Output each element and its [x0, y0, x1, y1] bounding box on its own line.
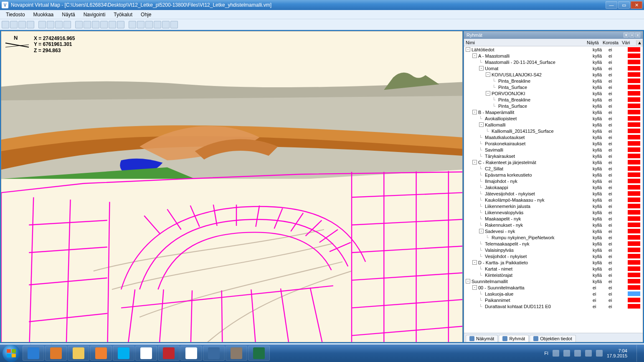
maximize-button[interactable]: ▭	[618, 1, 630, 9]
tree-color-swatch[interactable]	[628, 285, 640, 290]
tree-show-value[interactable]: kyllä	[593, 166, 609, 171]
viewport-3d[interactable]: N X = 27424916.965 Y = 6761961.301 Z = 2…	[1, 31, 463, 342]
tree-expander-icon[interactable]: -	[479, 66, 484, 71]
menu-tiedosto[interactable]: Tiedosto	[2, 11, 29, 18]
tree-highlight-value[interactable]: ei	[609, 279, 628, 284]
tab-nakymat[interactable]: Näkymät	[466, 335, 498, 342]
tree-color-swatch[interactable]	[628, 291, 640, 296]
tree-color-swatch[interactable]	[628, 85, 640, 89]
tree-highlight-value[interactable]: ei	[609, 235, 628, 240]
menu-työkalut[interactable]: Työkalut	[109, 11, 137, 18]
start-button[interactable]	[3, 344, 20, 362]
tree-row[interactable]: └Telemaakaapelit - nykkylläei	[464, 240, 643, 247]
tree-show-value[interactable]: kyllä	[593, 235, 609, 240]
taskbar-app-excel[interactable]	[248, 346, 270, 361]
tray-battery-icon[interactable]	[574, 350, 581, 357]
tray-volume-icon[interactable]	[596, 350, 603, 357]
tree-row[interactable]: └Kalliomalli_20141125_Surfacekylläei	[464, 128, 643, 134]
toolbar-button-9[interactable]	[84, 21, 91, 28]
tree-highlight-value[interactable]: ei	[609, 260, 628, 265]
tree-show-value[interactable]: kyllä	[593, 254, 609, 259]
tree-highlight-value[interactable]: ei	[609, 266, 628, 271]
col-header-name[interactable]: Nimi	[464, 40, 587, 45]
toolbar-button-3[interactable]	[27, 21, 34, 28]
tree-highlight-value[interactable]: ei	[609, 179, 628, 184]
tree-color-swatch[interactable]	[628, 135, 640, 139]
tree-color-swatch[interactable]	[628, 229, 640, 233]
tree-color-swatch[interactable]	[628, 223, 640, 227]
tree-show-value[interactable]: kyllä	[593, 229, 609, 234]
tree-color-swatch[interactable]	[628, 78, 640, 83]
tree-color-swatch[interactable]	[628, 185, 640, 190]
tree-color-swatch[interactable]	[628, 172, 640, 177]
tree-show-value[interactable]: kyllä	[593, 191, 609, 196]
tree-color-swatch[interactable]	[628, 122, 640, 127]
tree-color-swatch[interactable]	[628, 72, 640, 77]
tree-color-swatch[interactable]	[628, 154, 640, 158]
tree-highlight-value[interactable]: ei	[609, 85, 628, 90]
tree-show-value[interactable]: kyllä	[593, 116, 609, 121]
tree-color-swatch[interactable]	[628, 179, 640, 183]
show-desktop-button[interactable]	[636, 345, 641, 362]
toolbar-button-2[interactable]	[18, 21, 26, 28]
tree-row[interactable]: └Kaukolämpö-Maakaasu - nykkylläei	[464, 197, 643, 203]
col-header-color[interactable]: Väri	[622, 40, 636, 45]
toolbar-button-19[interactable]	[170, 21, 178, 28]
close-button[interactable]: ✕	[631, 1, 642, 9]
tree-color-swatch[interactable]	[628, 191, 640, 196]
tree-color-swatch[interactable]	[628, 104, 640, 108]
tree-row[interactable]: └Liikennemerkin jalustakylläei	[464, 203, 643, 209]
tree-color-swatch[interactable]	[628, 260, 640, 265]
tree-highlight-value[interactable]: ei	[609, 210, 628, 215]
tree-highlight-value[interactable]: ei	[609, 154, 628, 159]
tree-show-value[interactable]: ei	[593, 285, 609, 290]
tree-row[interactable]: -B - Maaperämallitkylläei	[464, 109, 643, 115]
tree-show-value[interactable]: kyllä	[593, 204, 609, 209]
tree-row[interactable]: └Vesijohdot - nykyisetkylläei	[464, 253, 643, 259]
tree-highlight-value[interactable]: ei	[609, 172, 628, 177]
tree-show-value[interactable]: kyllä	[593, 60, 609, 65]
tree-show-value[interactable]: kyllä	[593, 135, 609, 140]
tree-expander-icon[interactable]: -	[486, 72, 490, 77]
toolbar-button-1[interactable]	[10, 21, 18, 28]
tree-row[interactable]: └Jätevesijohdot - nykyisetkylläei	[464, 190, 643, 197]
tree-color-swatch[interactable]	[628, 248, 640, 252]
tree-show-value[interactable]: kyllä	[593, 197, 609, 203]
tree-highlight-value[interactable]: ei	[609, 60, 628, 65]
tree-highlight-value[interactable]: ei	[609, 53, 628, 58]
tray-action-center-icon[interactable]	[563, 350, 570, 357]
tree-row[interactable]: -A - Maastomallikylläei	[464, 53, 643, 59]
tree-show-value[interactable]: kyllä	[593, 141, 609, 146]
tree-show-value[interactable]: kyllä	[593, 91, 609, 96]
tree-color-swatch[interactable]	[628, 91, 640, 96]
tree-show-value[interactable]: kyllä	[593, 279, 609, 284]
tree-show-value[interactable]: kyllä	[593, 47, 609, 52]
tree-show-value[interactable]: kyllä	[593, 266, 609, 271]
toolbar-button-10[interactable]	[92, 21, 99, 28]
panel-pin-icon[interactable]: ▪	[629, 33, 634, 38]
tree-show-value[interactable]: kyllä	[593, 66, 609, 71]
tree-row[interactable]: └C2_Sillatkylläei	[464, 165, 643, 172]
minimize-button[interactable]: —	[606, 1, 617, 9]
tree-show-value[interactable]: kyllä	[593, 85, 609, 90]
tree-color-swatch[interactable]	[628, 53, 640, 58]
tree-color-swatch[interactable]	[628, 216, 640, 221]
tree-color-swatch[interactable]	[628, 110, 640, 114]
panel-close-icon[interactable]: x	[635, 33, 640, 38]
tray-clock[interactable]: 7:04 17.9.2015	[607, 348, 630, 358]
tree-highlight-value[interactable]: ei	[609, 135, 628, 140]
tree-color-swatch[interactable]	[628, 304, 640, 309]
tree-highlight-value[interactable]: ei	[609, 229, 628, 234]
tree-color-swatch[interactable]	[628, 273, 640, 277]
tree-color-swatch[interactable]	[628, 47, 640, 52]
tree-expander-icon[interactable]: -	[466, 47, 470, 52]
tree-color-swatch[interactable]	[628, 166, 640, 171]
tree-row[interactable]: -Sadevesi - nykkylläei	[464, 228, 643, 234]
tree-color-swatch[interactable]	[628, 141, 640, 146]
tree-show-value[interactable]: kyllä	[593, 122, 609, 127]
tree-expander-icon[interactable]: -	[466, 279, 470, 284]
tray-keyboard-icon[interactable]	[553, 350, 559, 357]
tree-highlight-value[interactable]: ei	[609, 66, 628, 71]
tree-show-value[interactable]: kyllä	[593, 129, 609, 134]
tree-highlight-value[interactable]: ei	[609, 291, 628, 296]
